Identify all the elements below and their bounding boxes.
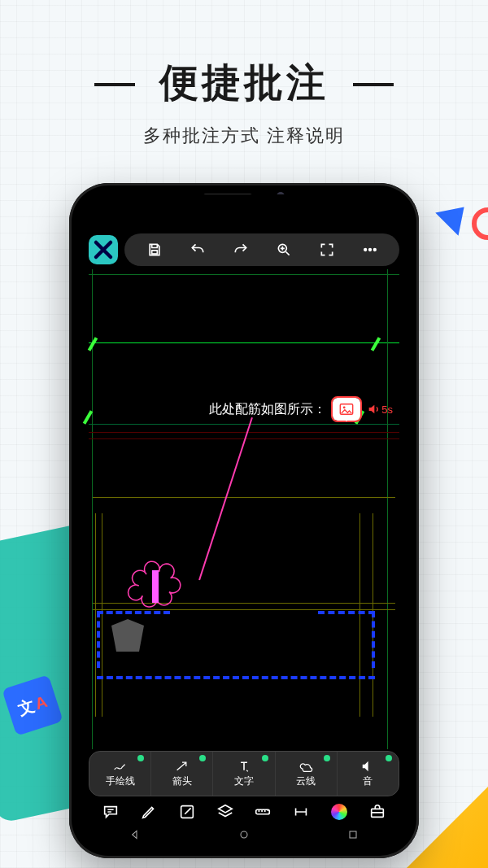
bottom-toolbar (81, 798, 407, 826)
layers-icon[interactable] (216, 802, 235, 822)
tool-text[interactable]: 文字 (213, 752, 275, 796)
cad-canvas[interactable]: 此处配筋如图所示： 5s (81, 269, 407, 749)
zoom-icon[interactable] (274, 240, 294, 260)
svg-rect-0 (151, 251, 157, 254)
app-screen: 此处配筋如图所示： 5s (81, 194, 407, 847)
edit-square-icon[interactable] (177, 802, 197, 822)
tool-audio[interactable]: 音 (338, 752, 399, 796)
selection-line[interactable] (97, 676, 375, 679)
selection-handle-left[interactable] (97, 611, 170, 668)
tool-label: 音 (363, 774, 373, 788)
color-wheel-icon[interactable] (329, 802, 349, 822)
arrow-annotation[interactable] (198, 417, 253, 580)
svg-point-3 (368, 249, 371, 251)
tool-freehand[interactable]: 手绘线 (89, 752, 151, 796)
promo-header: 便捷批注 多种批注方式 注释说明 (0, 0, 488, 148)
svg-rect-11 (350, 831, 356, 838)
selection-handle-right[interactable] (318, 611, 375, 668)
toolbox-icon[interactable] (368, 802, 387, 822)
annotation-text: 此处配筋如图所示： (209, 401, 326, 418)
close-button[interactable] (89, 235, 118, 264)
redo-icon[interactable] (231, 240, 251, 260)
android-navbar (81, 826, 407, 847)
tool-label: 文字 (234, 774, 254, 788)
annotation-callout[interactable]: 此处配筋如图所示： 5s (209, 398, 393, 421)
promo-subtitle: 多种批注方式 注释说明 (0, 124, 488, 148)
ruler-icon[interactable] (253, 802, 272, 822)
tool-arrow[interactable]: 箭头 (151, 752, 213, 796)
save-icon[interactable] (145, 240, 164, 260)
top-toolbar (81, 233, 407, 266)
audio-duration: 5s (381, 403, 393, 416)
status-bar (81, 194, 407, 233)
audio-icon[interactable]: 5s (367, 403, 393, 416)
tool-label: 云线 (296, 774, 316, 788)
nav-back-icon[interactable] (129, 828, 142, 844)
annotation-toolbar: 手绘线 箭头 文字 云线 音 (89, 751, 399, 796)
nav-recent-icon[interactable] (346, 828, 359, 844)
svg-point-10 (241, 831, 247, 838)
pink-marker (152, 570, 159, 603)
measure-icon[interactable] (291, 802, 311, 822)
svg-point-4 (373, 249, 376, 251)
nav-home-icon[interactable] (237, 828, 251, 844)
promo-title: 便捷批注 (159, 57, 329, 109)
tool-label: 箭头 (172, 774, 192, 788)
tool-cloud[interactable]: 云线 (276, 752, 338, 796)
top-tool-pill (124, 233, 399, 266)
phone-frame: 此处配筋如图所示： 5s (69, 183, 419, 858)
undo-icon[interactable] (188, 240, 207, 260)
fullscreen-icon[interactable] (317, 240, 337, 260)
svg-point-2 (364, 249, 366, 251)
image-icon[interactable] (333, 398, 360, 421)
svg-point-6 (343, 407, 346, 409)
pencil-icon[interactable] (139, 802, 159, 822)
tool-label: 手绘线 (106, 774, 135, 788)
more-icon[interactable] (360, 240, 380, 260)
comment-icon[interactable] (101, 802, 120, 822)
